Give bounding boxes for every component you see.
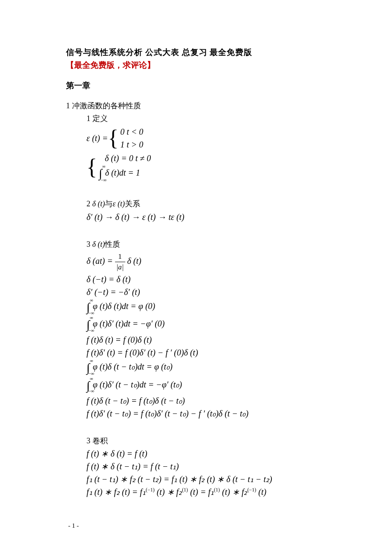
eq-epsilon-left: ε (t) =: [86, 132, 108, 144]
integral-icon: ∫∞−∞: [86, 316, 90, 333]
sub4-label: 3 卷积: [86, 436, 326, 446]
eq-conv4-sup3: (1): [214, 487, 220, 493]
chapter-heading: 第一章: [66, 80, 326, 91]
doc-title: 信号与线性系统分析 公式大表 总复习 最全免费版: [66, 47, 326, 58]
integral-icon: ∫∞−∞: [86, 377, 90, 394]
eq-int2-text: φ (t)δ′ (t)dt = −φ′ (0): [91, 319, 165, 328]
eq-conv4-p3: (t) = f₁: [188, 487, 214, 497]
eq-conv4-sup1: (−1): [146, 487, 155, 493]
eq-conv-shift-combine: f₁ (t − t₁) ∗ f₂ (t − t₂) = f₁ (t) ∗ f₂ …: [86, 473, 326, 485]
eq-epsilon-def: ε (t) = { 0 t < 0 1 t > 0: [86, 125, 326, 151]
doc-subtitle: 【最全免费版，求评论】: [66, 60, 326, 71]
eq-epsilon-row2: 1 t > 0: [120, 138, 143, 151]
eq-f-delta: f (t)δ (t) = f (0)δ (t): [86, 334, 326, 346]
eq-int-phi-delta-t0: ∫∞−∞ φ (t)δ (t − t₀)dt = φ (t₀): [86, 359, 326, 376]
eq-delta-scale: δ (at) = 1|a| δ (t): [86, 251, 326, 272]
sub3-label: 3 δ (t)性质: [86, 239, 326, 250]
eq-int-phi-deltaprime: ∫∞−∞ φ (t)δ′ (t)dt = −φ′ (0): [86, 316, 326, 333]
brace-left-icon: {: [86, 158, 97, 176]
sub3-label-suffix: 性质: [105, 240, 120, 249]
eq-int3-text: φ (t)δ (t − t₀)dt = φ (t₀): [91, 362, 173, 372]
sub1-label: 1 定义: [86, 113, 326, 124]
sub3-label-num: 3: [86, 240, 92, 249]
eq-conv4-p1: f₁ (t) ∗ f₂ (t) = f₁: [86, 487, 146, 497]
eq-conv4-p5: (t): [256, 487, 266, 497]
page-number: - 1 -: [68, 522, 79, 529]
eq-int-phi-deltaprime-t0: ∫∞−∞ φ (t)δ′ (t − t₀)dt = −φ′ (t₀): [86, 377, 326, 394]
eq-f-deltaprime: f (t)δ′ (t) = f (0)δ′ (t) − f ′ (0)δ (t): [86, 347, 326, 358]
integral-icon: ∫∞−∞: [86, 299, 90, 315]
eq-conv4-sup4: (−1): [248, 487, 257, 493]
eq-conv4-sup2: (1): [182, 487, 188, 493]
integral-icon: ∫∞−∞: [86, 359, 90, 376]
frac-den: |a|: [115, 262, 125, 272]
sub2-label-math1: δ (t): [92, 199, 105, 208]
eq-conv-delta: f (t) ∗ δ (t) = f (t): [86, 448, 326, 460]
eq-delta-epsilon-chain: δ′ (t) → δ (t) → ε (t) → tε (t): [86, 211, 326, 223]
fraction: 1|a|: [115, 251, 125, 272]
sub2-label-suffix: 关系: [125, 199, 140, 208]
brace-left-icon: {: [108, 129, 118, 147]
eq-delta-row1: δ (t) = 0 t ≠ 0: [99, 152, 151, 165]
eq-delta-row2: ∫∞−∞ δ (t)dt = 1: [99, 165, 151, 182]
eq-delta-even: δ (−t) = δ (t): [86, 273, 326, 285]
eq-conv-delta-shift: f (t) ∗ δ (t − t₁) = f (t − t₁): [86, 460, 326, 472]
eq-f-deltaprime-t0: f (t)δ′ (t − t₀) = f (t₀)δ′ (t − t₀) − f…: [86, 408, 326, 419]
eq-conv4-p2: (t) ∗ f₂: [155, 487, 182, 497]
eq-f-delta-t0: f (t)δ (t − t₀) = f (t₀)δ (t − t₀): [86, 395, 326, 407]
integral-icon: ∫∞−∞: [99, 165, 102, 182]
eq-delta-scale-right: δ (t): [125, 256, 141, 266]
eq-delta-row2-text: δ (t)dt = 1: [103, 168, 140, 177]
eq-int4-text: φ (t)δ′ (t − t₀)dt = −φ′ (t₀): [91, 380, 182, 389]
sub3-label-math: δ (t): [92, 240, 105, 249]
eq-conv-deriv-integ: f₁ (t) ∗ f₂ (t) = f₁(−1) (t) ∗ f₂(1) (t)…: [86, 486, 326, 498]
eq-delta-def: { δ (t) = 0 t ≠ 0 ∫∞−∞ δ (t)dt = 1: [86, 152, 326, 182]
eq-epsilon-row1: 0 t < 0: [120, 125, 143, 138]
sub2-label-math2: ε (t): [112, 199, 125, 208]
eq-deltaprime-odd: δ′ (−t) = −δ′ (t): [86, 286, 326, 298]
eq-int-phi-delta: ∫∞−∞ φ (t)δ (t)dt = φ (0): [86, 299, 326, 315]
sub2-label: 2 δ (t)与ε (t)关系: [86, 199, 326, 209]
eq-conv4-p4: (t) ∗ f₂: [220, 487, 247, 497]
eq-delta-scale-left: δ (at) =: [86, 256, 115, 266]
section-1-heading: 1 冲激函数的各种性质: [66, 101, 326, 111]
sub2-label-mid: 与: [105, 199, 112, 208]
sub2-label-num: 2: [86, 199, 92, 208]
eq-int1-text: φ (t)δ (t)dt = φ (0): [91, 301, 156, 311]
frac-num: 1: [115, 251, 125, 262]
